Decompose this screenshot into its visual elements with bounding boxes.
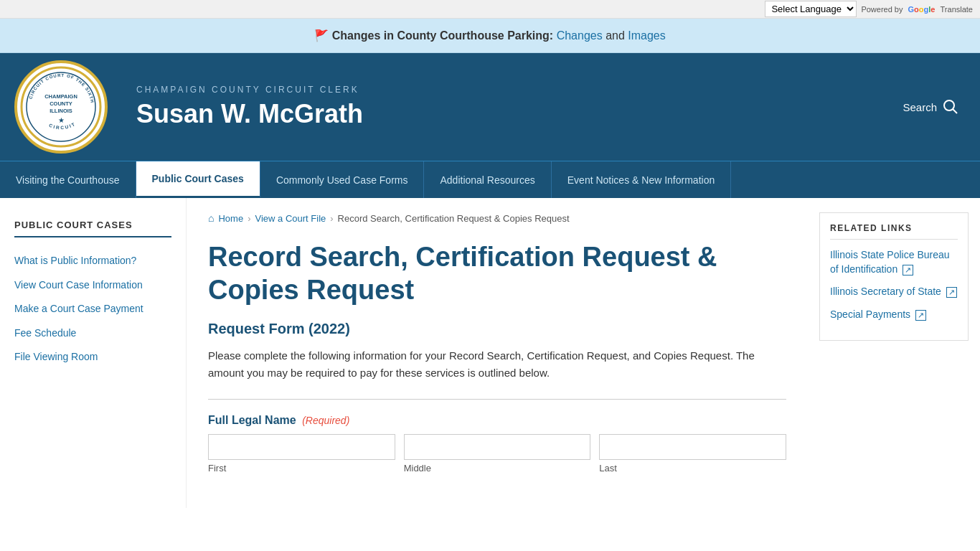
flag-icon: 🚩 — [314, 29, 329, 42]
search-icon — [943, 99, 958, 115]
alert-changes-link[interactable]: Changes — [557, 29, 603, 42]
middle-name-input[interactable] — [404, 434, 591, 460]
nav-item-additional[interactable]: Additional Resources — [424, 161, 551, 198]
related-link-payments[interactable]: Special Payments ↗ — [830, 308, 958, 322]
sidebar-link-public-info[interactable]: What is Public Information? — [14, 249, 171, 273]
main-content: ⌂ Home › View a Court File › Record Sear… — [187, 198, 808, 508]
body-text: Please complete the following informatio… — [208, 347, 786, 382]
page-title: Record Search, Certification Request & C… — [208, 241, 786, 306]
required-label: (Required) — [302, 415, 349, 426]
header-title-block: CHAMPAIGN COUNTY CIRCUIT CLERK Susan W. … — [136, 85, 363, 129]
translate-widget: Select Language Powered by Google Transl… — [765, 1, 973, 17]
sidebar-title: PUBLIC COURT CASES — [14, 220, 171, 237]
seal-svg: CIRCUIT COURT OF THE SIXTH JUDICIAL CIRC… — [18, 64, 104, 150]
section-heading: Request Form (2022) — [208, 321, 786, 337]
alert-bar: 🚩 Changes in County Courthouse Parking: … — [0, 19, 980, 53]
header-left: CIRCUIT COURT OF THE SIXTH JUDICIAL CIRC… — [0, 53, 363, 161]
top-bar: Select Language Powered by Google Transl… — [0, 0, 980, 19]
form-name-row: First Middle Last — [208, 434, 786, 474]
search-label: Search — [903, 101, 937, 113]
breadcrumb-sep-2: › — [330, 213, 333, 224]
svg-text:COUNTY: COUNTY — [50, 100, 72, 107]
site-header: CIRCUIT COURT OF THE SIXTH JUDICIAL CIRC… — [0, 53, 980, 161]
alert-and-text: and — [606, 29, 628, 42]
breadcrumb-view-file[interactable]: View a Court File — [255, 213, 326, 224]
powered-by-text: Powered by Google Translate — [861, 5, 973, 14]
first-name-label: First — [208, 463, 395, 474]
form-field-middle: Middle — [404, 434, 591, 474]
related-link-secretary[interactable]: Illinois Secretary of State ↗ — [830, 285, 958, 299]
sidebar-link-view-court[interactable]: View Court Case Information — [14, 273, 171, 298]
last-name-label: Last — [599, 463, 786, 474]
sidebar-link-viewing[interactable]: File Viewing Room — [14, 345, 171, 369]
external-icon-2: ↗ — [915, 310, 926, 321]
home-icon: ⌂ — [208, 212, 214, 224]
form-label-name: Full Legal Name (Required) — [208, 414, 786, 427]
content-area: PUBLIC COURT CASES What is Public Inform… — [0, 198, 980, 508]
header-name: Susan W. McGrath — [136, 99, 363, 129]
sidebar-link-payment[interactable]: Make a Court Case Payment — [14, 297, 171, 321]
language-select[interactable]: Select Language — [765, 1, 857, 17]
external-icon-1: ↗ — [946, 287, 957, 298]
breadcrumb-current: Record Search, Certification Request & C… — [338, 213, 570, 224]
nav-item-case-forms[interactable]: Commonly Used Case Forms — [260, 161, 425, 198]
external-icon-0: ↗ — [903, 265, 913, 276]
right-sidebar: RELATED LINKS Illinois State Police Bure… — [808, 198, 980, 508]
svg-text:★: ★ — [58, 116, 65, 124]
related-link-state-police[interactable]: Illinois State Police Bureau of Identifi… — [830, 248, 958, 276]
seal-logo: CIRCUIT COURT OF THE SIXTH JUDICIAL CIRC… — [14, 60, 108, 154]
breadcrumb-sep-1: › — [248, 213, 250, 224]
middle-name-label: Middle — [404, 463, 591, 474]
svg-text:ILLINOIS: ILLINOIS — [50, 108, 72, 114]
breadcrumb-home[interactable]: Home — [218, 213, 243, 224]
svg-point-8 — [944, 100, 954, 110]
related-links-box: RELATED LINKS Illinois State Police Bure… — [819, 212, 969, 341]
form-field-last: Last — [599, 434, 786, 474]
related-links-title: RELATED LINKS — [830, 223, 958, 240]
svg-line-9 — [953, 109, 957, 113]
breadcrumb: ⌂ Home › View a Court File › Record Sear… — [208, 212, 786, 224]
header-subtitle: CHAMPAIGN COUNTY CIRCUIT CLERK — [136, 85, 363, 95]
left-sidebar: PUBLIC COURT CASES What is Public Inform… — [0, 198, 187, 508]
svg-text:CHAMPAIGN: CHAMPAIGN — [44, 93, 77, 100]
main-nav: Visiting the Courthouse Public Court Cas… — [0, 161, 980, 198]
alert-text-bold: Changes in County Courthouse Parking: — [332, 29, 557, 42]
form-field-first: First — [208, 434, 395, 474]
nav-item-visiting[interactable]: Visiting the Courthouse — [0, 161, 136, 198]
divider — [208, 399, 786, 400]
nav-item-public-court[interactable]: Public Court Cases — [136, 161, 260, 198]
first-name-input[interactable] — [208, 434, 395, 460]
nav-item-event-notices[interactable]: Event Notices & New Information — [552, 161, 731, 198]
last-name-input[interactable] — [599, 434, 786, 460]
sidebar-link-fee[interactable]: Fee Schedule — [14, 321, 171, 346]
alert-images-link[interactable]: Images — [628, 29, 665, 42]
svg-point-1 — [27, 72, 95, 141]
header-search[interactable]: Search — [903, 99, 958, 115]
